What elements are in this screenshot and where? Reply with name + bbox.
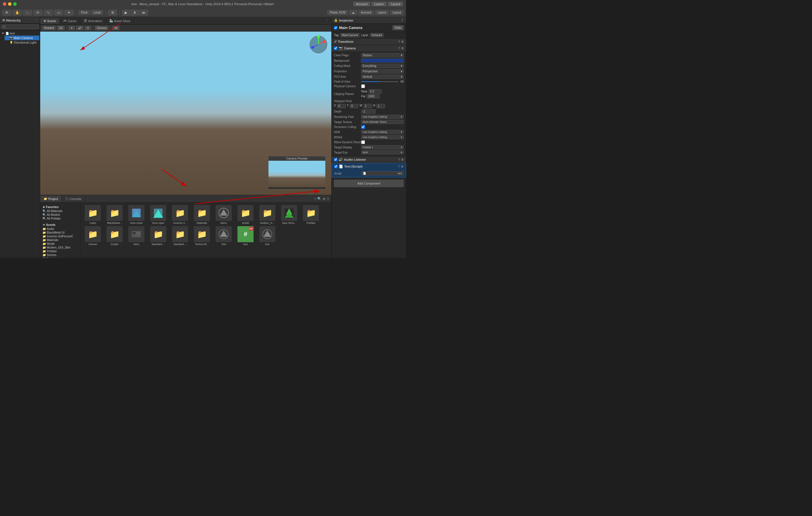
fx-btn[interactable]: ✦ [85, 26, 91, 30]
camera-settings-btn[interactable]: ⚙ [401, 47, 404, 50]
asset-blackmetal[interactable]: 📁 BlackMetal... [105, 205, 125, 224]
project-add-btn[interactable]: + [314, 196, 316, 201]
play-button[interactable]: ▶ [122, 10, 130, 16]
viewport-y[interactable] [350, 104, 358, 108]
script-value-dropdown[interactable]: 📄 text [361, 171, 403, 175]
transform-tool[interactable]: ✦ [64, 10, 74, 16]
transform-header[interactable]: ⤢ Transform ? ⚙ [331, 38, 406, 45]
audio-btn[interactable]: 🔊 [76, 26, 84, 30]
layout-button[interactable]: Layout [388, 2, 403, 6]
hierarchy-item-directional-light[interactable]: 💡 Directional Light [5, 40, 39, 45]
sidebar-blackmetal[interactable]: 📁BlackMetal UI [41, 231, 79, 235]
fov-slider[interactable] [361, 81, 398, 82]
account-button[interactable]: Account [353, 2, 370, 6]
sidebar-modern-gui[interactable]: 📁Modern_GUI_Skin [41, 246, 79, 249]
static-button[interactable]: Static [393, 25, 404, 30]
text-script-settings-btn[interactable]: ⚙ [401, 165, 403, 168]
asset-door-open[interactable]: Door-open [148, 205, 168, 224]
audio-listener-settings-btn[interactable]: ⚙ [401, 158, 404, 161]
add-component-button[interactable]: Add Component [334, 180, 404, 187]
allow-dynamic-checkbox[interactable] [361, 140, 365, 144]
tab-extra-options[interactable]: ⋮ [326, 19, 329, 23]
culling-mask-dropdown[interactable]: Everything▾ [361, 64, 404, 68]
transform-help-btn[interactable]: ? [398, 40, 400, 43]
rotate-tool[interactable]: ⟳ [33, 10, 42, 16]
sidebar-all-materials[interactable]: 🔍 All Materials [41, 209, 79, 213]
asset-audio[interactable]: 📁 Audio [83, 205, 103, 224]
asset-standard-1[interactable]: 📁 Standard ... [148, 226, 168, 246]
audio-listener-enabled[interactable] [334, 158, 337, 161]
camera-comp-header[interactable]: 📷 Camera ? ⚙ [331, 45, 406, 51]
move-tool[interactable]: ↔ [23, 10, 32, 16]
asset-scenes[interactable]: 📁 Scenes [83, 226, 103, 246]
maximize-button[interactable] [13, 2, 17, 6]
target-display-dropdown[interactable]: Display 1▾ [361, 145, 404, 149]
hand-tool[interactable]: ✋ [12, 10, 22, 16]
pause-button[interactable]: ⏸ [130, 10, 139, 16]
tab-asset-store[interactable]: 🏪 Asset Store [106, 18, 134, 24]
asset-standard-2[interactable]: 📁 Standard ... [170, 226, 190, 246]
text-script-enabled[interactable] [334, 165, 338, 168]
hierarchy-item-main-camera[interactable]: 📷 Main Camera [5, 36, 39, 40]
plastic-scm-button[interactable]: Plastic SCM [327, 10, 348, 15]
near-input[interactable] [369, 89, 382, 94]
clear-flags-dropdown[interactable]: Skybox▾ [361, 53, 404, 57]
layout-menu-button[interactable]: Layout [390, 10, 404, 15]
projection-dropdown[interactable]: Perspective▾ [361, 69, 404, 73]
asset-prefabs[interactable]: 📁 Prefabs [301, 205, 321, 224]
asset-menu[interactable]: Menu [214, 205, 234, 224]
minimize-button[interactable] [8, 2, 11, 6]
sidebar-model[interactable]: 📁Model [41, 242, 79, 246]
sidebar-all-prefabs[interactable]: 🔍 All Prefabs [41, 217, 79, 220]
settings-btn[interactable]: ⚙ [108, 10, 117, 16]
asset-materials[interactable]: 📁 Materials [192, 205, 212, 224]
asset-text-unity[interactable]: text [257, 226, 278, 246]
fov-axis-dropdown[interactable]: Vertical▾ [361, 74, 404, 79]
project-star-btn[interactable]: ★ [322, 196, 326, 201]
text-script-help-btn[interactable]: ? [398, 165, 400, 168]
close-button[interactable] [3, 2, 6, 6]
rect-tool[interactable]: ▭ [54, 10, 63, 16]
layers-menu-button[interactable]: Layers [375, 10, 389, 15]
hierarchy-options[interactable]: ⋮ [34, 18, 38, 22]
tag-dropdown[interactable]: MainCamer▾ [340, 33, 359, 37]
sidebar-prefabs[interactable]: 📁Prefabs [41, 249, 79, 253]
object-enabled-checkbox[interactable] [334, 26, 337, 30]
asset-test[interactable]: Test [214, 226, 234, 246]
scene-view[interactable]: X Y Z Camera Preview [40, 32, 331, 195]
asset-techno[interactable]: 📁 Techno Bl... [192, 226, 212, 246]
asset-skin1[interactable]: skin1 [126, 226, 146, 246]
hierarchy-item-text[interactable]: ▼ 📄 text [1, 31, 39, 36]
local-button[interactable]: Local [91, 10, 103, 15]
target-texture-dropdown[interactable]: None (Render Textur [361, 120, 404, 124]
viewport-w[interactable] [364, 104, 372, 108]
sidebar-scenes[interactable]: 📁Scenes [41, 253, 79, 257]
hdr-dropdown[interactable]: Use Graphics Setting▾ [361, 130, 404, 134]
far-input[interactable] [367, 94, 380, 98]
transform-settings-btn[interactable]: ⚙ [401, 40, 404, 43]
sidebar-all-models[interactable]: 🔍 All Models [41, 213, 79, 217]
scale-tool[interactable]: ⤡ [44, 10, 53, 16]
tab-project[interactable]: 📁 Project [40, 196, 62, 202]
asset-model[interactable]: 📁 Model [235, 205, 256, 224]
viewport-h[interactable] [376, 104, 385, 108]
all-dropdown[interactable]: All [112, 26, 119, 30]
audio-listener-help-btn[interactable]: ? [398, 158, 400, 161]
gizmos-dropdown[interactable]: Gizmos [95, 26, 109, 30]
layers-button[interactable]: Layers [372, 2, 387, 6]
account-menu-button[interactable]: Account [358, 10, 374, 15]
msaa-dropdown[interactable]: Use Graphics Setting▾ [361, 135, 404, 139]
layer-dropdown[interactable]: Default▾ [370, 33, 384, 37]
viewport-x[interactable] [337, 104, 346, 108]
asset-modern-g[interactable]: 📁 Modern_G... [257, 205, 278, 224]
occlusion-culling-checkbox[interactable] [361, 125, 365, 129]
asset-scripts[interactable]: 📁 Scripts [105, 226, 125, 246]
sidebar-invector[interactable]: 📁Invector-3rdPersonC [41, 235, 79, 238]
lighting-btn[interactable]: ☀ [68, 26, 75, 30]
eye-tool[interactable]: 👁 [2, 10, 11, 16]
tab-scene[interactable]: ⊞ Scene [40, 18, 60, 24]
target-eye-dropdown[interactable]: Both▾ [361, 150, 404, 154]
asset-new-terra[interactable]: New Terra... [279, 205, 299, 224]
depth-input[interactable] [361, 109, 376, 114]
rendering-path-dropdown[interactable]: Use Graphics Setting▾ [361, 115, 404, 119]
